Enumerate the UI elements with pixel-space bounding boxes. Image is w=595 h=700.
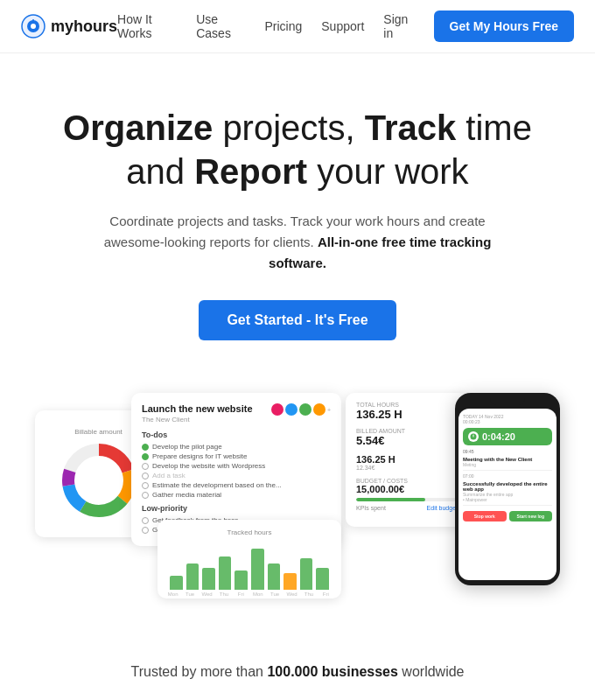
bar-1 bbox=[170, 576, 183, 591]
phone-mockup: TODAY 14 Nov 2022 00:00:23 0:04:20 09:45… bbox=[455, 393, 560, 585]
preview-section: Billable amount Launch the new website T… bbox=[0, 367, 595, 638]
hero-bold-organize: Organize bbox=[63, 108, 213, 147]
bar-4 bbox=[219, 556, 232, 591]
budget-bar bbox=[356, 498, 458, 501]
kpi-label: KPIs spent bbox=[356, 505, 386, 511]
stat-budget: BUDGET / COSTS 15,000.00€ KPIs spent Edi… bbox=[356, 478, 458, 511]
svg-point-2 bbox=[31, 24, 36, 29]
svg-rect-12 bbox=[473, 435, 474, 438]
stats-card: TOTAL HOURS 136.25 H BILLED AMOUNT 5.54€… bbox=[346, 393, 468, 527]
svg-rect-3 bbox=[32, 19, 34, 24]
phone-entry-2: Successfully developed the entire web ap… bbox=[463, 481, 552, 506]
phone-entry-1: Meeting with the New Client Meting bbox=[463, 457, 552, 471]
hero-headline: Organize projects, Track timeand Report … bbox=[35, 106, 560, 193]
navbar: myhours How It Works Use Cases Pricing S… bbox=[0, 0, 595, 53]
nav-cta-button[interactable]: Get My Hours Free bbox=[434, 10, 574, 42]
phone-screen: TODAY 14 Nov 2022 00:00:23 0:04:20 09:45… bbox=[458, 409, 556, 580]
bar-10 bbox=[316, 568, 329, 590]
stat-total-hours: TOTAL HOURS 136.25 H bbox=[356, 402, 458, 421]
budget-fill bbox=[356, 498, 425, 501]
trust-bold: 100.000 businesses bbox=[267, 664, 397, 679]
low-priority-label: Low-priority bbox=[142, 504, 331, 513]
low-check-1 bbox=[142, 517, 149, 524]
nav-links: How It Works Use Cases Pricing Support S… bbox=[117, 10, 574, 42]
preview-container: Billable amount Launch the new website T… bbox=[35, 393, 560, 603]
todo-item-6: Gather media material bbox=[142, 491, 331, 499]
bar-2 bbox=[186, 564, 200, 590]
avatar-2 bbox=[285, 403, 298, 416]
bar-6 bbox=[251, 549, 264, 590]
todo-check-3 bbox=[142, 463, 149, 470]
hero-bold-report: Report bbox=[194, 152, 307, 191]
svg-point-10 bbox=[81, 463, 116, 498]
hero-subtext: Coordinate projects and tasks. Track you… bbox=[88, 211, 508, 274]
bar-3 bbox=[202, 568, 215, 590]
hero-cta-button[interactable]: Get Started - It's Free bbox=[199, 300, 396, 340]
todo-check-2 bbox=[142, 453, 149, 460]
timer-display: 0:04:20 bbox=[482, 431, 515, 442]
bar-chart bbox=[166, 542, 332, 590]
hero-plain-work: your work bbox=[317, 152, 468, 191]
todo-check-1 bbox=[142, 444, 149, 451]
todo-check-5 bbox=[142, 482, 149, 489]
hero-plain-projects: projects, bbox=[222, 108, 364, 147]
logo-text: myhours bbox=[51, 18, 117, 36]
nav-use-cases[interactable]: Use Cases bbox=[196, 12, 245, 40]
bar-5 bbox=[234, 570, 248, 590]
logo[interactable]: myhours bbox=[21, 14, 117, 38]
bar-9 bbox=[300, 558, 313, 590]
phone-notch bbox=[490, 398, 525, 405]
stat-hours2: 136.25 H 12.34€ bbox=[356, 454, 458, 471]
project-client: The New Client bbox=[142, 416, 253, 424]
avatar-1 bbox=[271, 403, 284, 416]
members-row: + bbox=[271, 403, 331, 416]
bar-8 bbox=[284, 573, 297, 590]
nav-signin[interactable]: Sign in bbox=[383, 12, 414, 40]
donut-label: Billable amount bbox=[74, 428, 122, 436]
stopwatch-icon bbox=[470, 433, 477, 440]
phone-timer: 0:04:20 bbox=[463, 428, 552, 445]
todo-check-4 bbox=[142, 472, 149, 480]
todo-item-3: Develop the website with Wordpress bbox=[142, 462, 331, 470]
donut-chart bbox=[60, 441, 138, 520]
avatar-3 bbox=[299, 403, 312, 416]
nav-support[interactable]: Support bbox=[321, 19, 364, 33]
todo-check-6 bbox=[142, 492, 149, 499]
logo-icon bbox=[21, 14, 46, 38]
todo-item-2: Prepare designs for IT website bbox=[142, 452, 331, 460]
chart-labels: Mon Tue Wed Thu Fri Mon Tue Wed Thu Fri bbox=[166, 592, 332, 597]
hero-section: Organize projects, Track timeand Report … bbox=[0, 53, 595, 367]
edit-budget-link[interactable]: Edit budget bbox=[427, 505, 458, 511]
todos-label: To-dos bbox=[142, 430, 331, 439]
project-title: Launch the new website bbox=[142, 403, 253, 414]
chart-card: Tracked hours Mon Tue Wed Thu Fri Mon bbox=[158, 520, 341, 598]
hero-subtext-bold: All-in-one free time tracking software. bbox=[269, 234, 491, 270]
stat-billed: BILLED AMOUNT 5.54€ bbox=[356, 428, 458, 447]
start-log-button[interactable]: Start new log bbox=[509, 511, 553, 522]
todo-item-1: Develop the pilot page bbox=[142, 443, 331, 451]
hero-bold-track: Track bbox=[365, 108, 457, 147]
bar-7 bbox=[268, 564, 281, 590]
nav-pricing[interactable]: Pricing bbox=[264, 19, 302, 33]
phone-buttons: Stop work Start new log bbox=[463, 511, 552, 522]
avatar-4 bbox=[313, 403, 326, 416]
stop-work-button[interactable]: Stop work bbox=[463, 511, 507, 522]
todo-item-5: Estimate the development based on the... bbox=[142, 481, 331, 489]
trust-text: Trusted by more than 100.000 businesses … bbox=[18, 664, 578, 680]
todo-item-4: Add a task bbox=[142, 472, 331, 480]
chart-title: Tracked hours bbox=[166, 528, 332, 536]
trust-section: Trusted by more than 100.000 businesses … bbox=[0, 638, 595, 700]
low-check-2 bbox=[142, 527, 149, 534]
avatar-count: + bbox=[327, 407, 331, 413]
timer-icon bbox=[468, 431, 479, 442]
nav-how-it-works[interactable]: How It Works bbox=[117, 12, 177, 40]
